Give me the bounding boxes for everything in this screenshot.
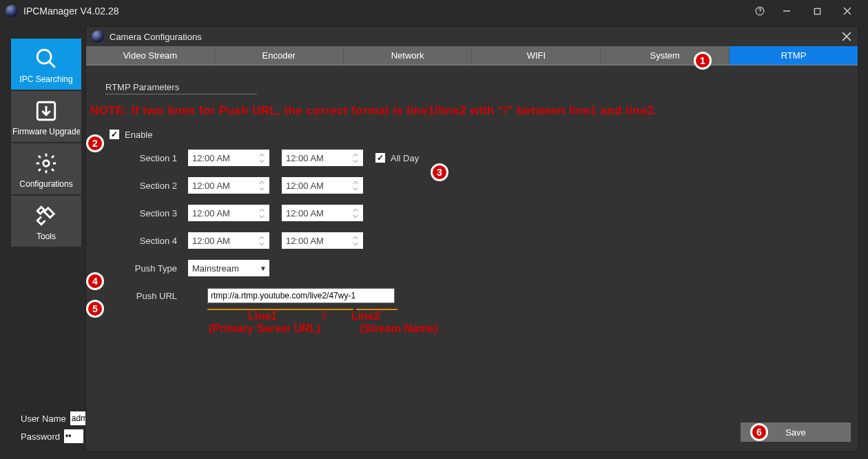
rtmp-section-title: RTMP Parameters [105, 82, 257, 94]
section-end-time[interactable]: 12:00 AM [282, 150, 363, 166]
spinner-down[interactable] [351, 158, 360, 164]
tab-label: RTMP [781, 50, 807, 61]
all-day-label: All Day [391, 153, 419, 163]
spinner-up[interactable] [351, 207, 360, 213]
tab-encoder[interactable]: Encoder [215, 46, 344, 65]
section-start-time[interactable]: 12:00 AM [188, 232, 269, 249]
spinner-down[interactable] [257, 185, 267, 192]
annotation-badge-5: 5 [86, 300, 104, 318]
annotation-line1: Line1 [207, 310, 318, 323]
save-label: Save [785, 427, 806, 438]
section-label: Section 4 [105, 236, 188, 246]
spinner-up[interactable] [257, 179, 267, 185]
download-icon [33, 98, 59, 124]
credentials-block: User Name Password [21, 409, 90, 445]
spinner-up[interactable] [257, 234, 267, 241]
annotation-badge-6: 6 [750, 423, 768, 441]
section-end-time[interactable]: 12:00 AM [282, 177, 363, 194]
config-tabbar: Video Stream Encoder Network WIFI System… [86, 46, 858, 65]
tab-rtmp[interactable]: RTMP [730, 46, 858, 65]
section-start-time[interactable]: 12:00 AM [188, 205, 269, 221]
time-value: 12:00 AM [192, 153, 257, 163]
app-title: IPCManager V4.02.28 [23, 6, 119, 17]
panel-title: Camera Configurations [110, 32, 202, 42]
spinner-up[interactable] [257, 207, 267, 213]
tab-label: WIFI [527, 50, 546, 61]
push-url-input[interactable] [207, 288, 395, 303]
spinner-down[interactable] [351, 213, 360, 219]
app-logo [6, 5, 18, 17]
svg-line-7 [49, 61, 55, 68]
sidebar-item-label: Firmware Upgrade [12, 127, 80, 136]
time-value: 12:00 AM [286, 208, 351, 218]
all-day-checkbox[interactable] [375, 153, 385, 163]
sidebar-item-label: Configurations [12, 179, 80, 189]
spinner-up[interactable] [351, 234, 360, 241]
spinner-down[interactable] [257, 213, 267, 219]
tools-icon [33, 203, 59, 229]
section-row: Section 4 12:00 AM 12:00 AM [105, 227, 838, 254]
sidebar: IPC Searching Firmware Upgrade Configura… [11, 39, 81, 247]
sidebar-item-configurations[interactable]: Configurations [11, 143, 81, 194]
title-bar: IPCManager V4.02.28 [0, 0, 868, 22]
spinner-down[interactable] [351, 241, 360, 247]
time-value: 12:00 AM [286, 181, 351, 191]
section-end-time[interactable]: 12:00 AM [282, 205, 363, 221]
spinner-down[interactable] [257, 241, 267, 247]
minimize-button[interactable] [772, 0, 802, 22]
annotation-note: NOTE: If two lines for Push URL, the cor… [90, 104, 838, 118]
password-input[interactable] [64, 429, 83, 443]
tab-video-stream[interactable]: Video Stream [86, 46, 215, 65]
panel-logo [92, 30, 104, 43]
annotation-badge-2: 2 [86, 134, 104, 152]
spinner-up[interactable] [351, 152, 360, 158]
sidebar-item-label: Tools [12, 232, 80, 241]
panel-close-button[interactable] [840, 30, 854, 43]
push-type-value: Mainstream [192, 263, 260, 274]
maximize-button[interactable] [802, 0, 832, 22]
enable-label: Enable [125, 130, 152, 140]
section-start-time[interactable]: 12:00 AM [188, 177, 269, 194]
svg-point-1 [760, 13, 761, 14]
annotation-line2: Line2 [331, 310, 400, 323]
enable-checkbox[interactable] [110, 130, 119, 139]
section-row: Section 1 12:00 AM 12:00 AM All Day [105, 144, 838, 172]
time-value: 12:00 AM [192, 181, 257, 191]
svg-point-9 [43, 161, 50, 167]
section-label: Section 1 [105, 153, 188, 163]
tab-label: Network [391, 50, 424, 61]
tab-label: System [650, 50, 680, 61]
time-value: 12:00 AM [286, 153, 351, 163]
sidebar-item-ipc-searching[interactable]: IPC Searching [11, 39, 81, 90]
camera-config-panel: Camera Configurations Video Stream Encod… [85, 26, 858, 452]
spinner-down[interactable] [351, 185, 360, 192]
annotation-badge-3: 3 [431, 163, 448, 181]
sidebar-item-tools[interactable]: Tools [11, 196, 81, 247]
section-row: Section 3 12:00 AM 12:00 AM [105, 199, 838, 227]
annotation-slash: / [318, 310, 331, 323]
rtmp-content: RTMP Parameters NOTE: If two lines for P… [86, 65, 858, 351]
spinner-up[interactable] [257, 152, 267, 158]
spinner-down[interactable] [257, 158, 267, 164]
help-button[interactable] [748, 0, 772, 22]
tab-label: Encoder [262, 50, 296, 61]
sidebar-item-firmware-upgrade[interactable]: Firmware Upgrade [11, 91, 81, 142]
time-value: 12:00 AM [192, 208, 257, 218]
push-type-select[interactable]: Mainstream ▼ [188, 260, 269, 276]
svg-point-6 [37, 50, 51, 63]
section-label: Section 2 [105, 181, 188, 191]
tab-wifi[interactable]: WIFI [472, 46, 601, 65]
time-value: 12:00 AM [286, 236, 351, 246]
chevron-down-icon: ▼ [260, 265, 267, 272]
search-icon [33, 45, 59, 72]
annotation-badge-4: 4 [86, 272, 104, 290]
tab-network[interactable]: Network [344, 46, 473, 65]
spinner-up[interactable] [351, 179, 360, 185]
section-end-time[interactable]: 12:00 AM [282, 232, 363, 249]
section-start-time[interactable]: 12:00 AM [188, 150, 269, 166]
section-label: Section 3 [105, 208, 188, 218]
close-button[interactable] [832, 0, 862, 22]
annotation-badge-1: 1 [694, 52, 712, 70]
username-label: User Name [21, 414, 66, 424]
time-value: 12:00 AM [192, 236, 257, 246]
